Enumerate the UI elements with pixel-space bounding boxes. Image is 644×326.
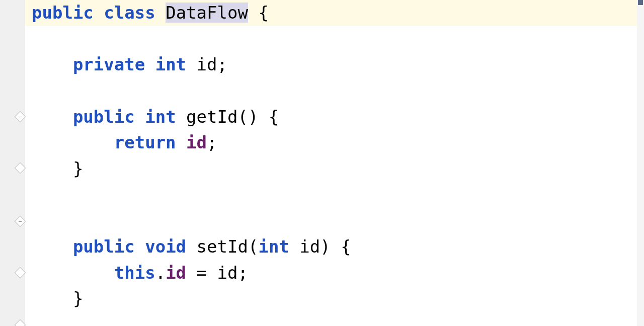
keyword: return	[114, 132, 176, 152]
field-ref: id	[186, 132, 207, 152]
field-name: id	[197, 54, 217, 74]
code-line[interactable]	[25, 312, 644, 326]
code-line[interactable]: public class DataFlow {	[25, 0, 644, 26]
code-line[interactable]: public void setId(int id) {	[25, 234, 644, 260]
code-line[interactable]: }	[25, 156, 644, 182]
method-name: getId() {	[186, 107, 279, 127]
code-line[interactable]: this.id = id;	[25, 260, 644, 286]
keyword: public	[73, 236, 135, 257]
type: int	[258, 236, 289, 257]
keyword: public	[73, 107, 135, 127]
brace: {	[248, 3, 269, 23]
editor-gutter	[0, 0, 25, 326]
fold-marker-icon[interactable]	[15, 216, 26, 227]
code-line[interactable]: return id;	[25, 130, 644, 156]
code-line[interactable]: private int id;	[25, 52, 644, 78]
code-line[interactable]	[25, 26, 644, 52]
keyword: class	[104, 3, 155, 23]
code-line[interactable]	[25, 78, 644, 104]
method-name: setId(	[197, 236, 259, 257]
code-line[interactable]	[25, 208, 644, 234]
code-line[interactable]	[25, 182, 644, 208]
type: int	[145, 107, 176, 127]
fold-marker-icon[interactable]	[15, 319, 26, 326]
fold-marker-icon[interactable]	[15, 111, 26, 123]
type: int	[155, 54, 186, 74]
keyword: private	[73, 54, 145, 74]
code-line[interactable]: }	[25, 286, 644, 312]
fold-marker-icon[interactable]	[15, 162, 26, 174]
vertical-scrollbar[interactable]	[637, 0, 644, 326]
field-ref: id	[166, 263, 186, 283]
fold-marker-icon[interactable]	[15, 267, 26, 279]
keyword: public	[32, 3, 94, 23]
scrollbar-thumb[interactable]	[638, 0, 643, 5]
code-line[interactable]: public int getId() {	[25, 104, 644, 130]
this-keyword: this	[114, 263, 155, 283]
code-editor[interactable]: public class DataFlow { private int id; …	[25, 0, 644, 326]
class-name: DataFlow	[166, 3, 248, 23]
keyword: void	[145, 236, 186, 257]
